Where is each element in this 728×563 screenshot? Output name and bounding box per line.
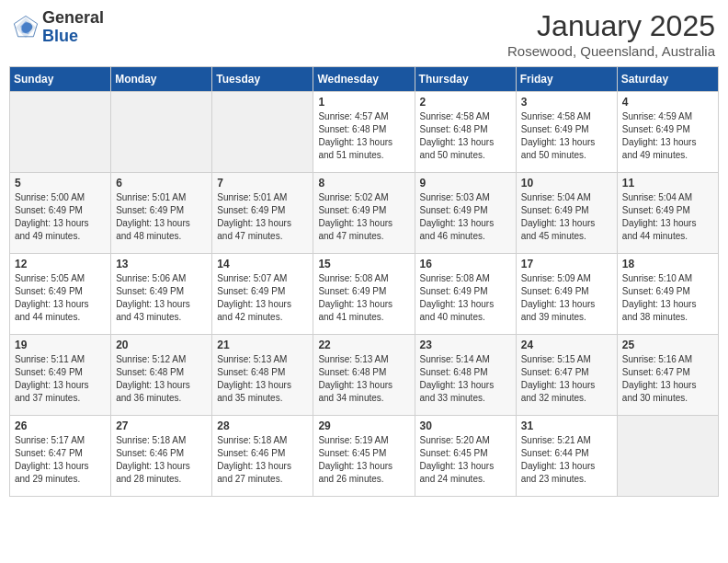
day-number: 14 bbox=[217, 258, 308, 270]
weekday-header-monday: Monday bbox=[111, 67, 212, 92]
calendar-cell: 13Sunrise: 5:06 AMSunset: 6:49 PMDayligh… bbox=[111, 254, 212, 335]
day-info: Sunrise: 4:57 AMSunset: 6:48 PMDaylight:… bbox=[318, 110, 409, 162]
day-number: 2 bbox=[420, 96, 511, 109]
day-number: 7 bbox=[217, 177, 308, 190]
calendar-cell: 19Sunrise: 5:11 AMSunset: 6:49 PMDayligh… bbox=[10, 335, 111, 416]
day-info: Sunrise: 4:58 AMSunset: 6:49 PMDaylight:… bbox=[521, 110, 612, 162]
calendar-cell: 29Sunrise: 5:19 AMSunset: 6:45 PMDayligh… bbox=[313, 416, 415, 497]
day-number: 17 bbox=[521, 258, 612, 270]
day-number: 30 bbox=[420, 419, 511, 432]
day-number: 18 bbox=[622, 258, 713, 270]
day-info: Sunrise: 5:12 AMSunset: 6:48 PMDaylight:… bbox=[116, 353, 207, 405]
day-info: Sunrise: 5:00 AMSunset: 6:49 PMDaylight:… bbox=[15, 191, 106, 243]
day-number: 10 bbox=[521, 177, 612, 190]
day-info: Sunrise: 5:09 AMSunset: 6:49 PMDaylight:… bbox=[521, 272, 612, 324]
day-info: Sunrise: 5:06 AMSunset: 6:49 PMDaylight:… bbox=[116, 272, 207, 324]
calendar-table: SundayMondayTuesdayWednesdayThursdayFrid… bbox=[9, 66, 719, 497]
day-info: Sunrise: 4:58 AMSunset: 6:48 PMDaylight:… bbox=[420, 110, 511, 162]
logo-icon bbox=[13, 15, 39, 40]
calendar-cell: 8Sunrise: 5:02 AMSunset: 6:49 PMDaylight… bbox=[313, 173, 415, 254]
day-info: Sunrise: 5:11 AMSunset: 6:49 PMDaylight:… bbox=[15, 353, 106, 405]
day-number: 28 bbox=[217, 419, 308, 432]
calendar-cell bbox=[10, 92, 111, 173]
calendar-cell: 6Sunrise: 5:01 AMSunset: 6:49 PMDaylight… bbox=[111, 173, 212, 254]
logo: General Blue bbox=[13, 9, 104, 46]
day-info: Sunrise: 5:13 AMSunset: 6:48 PMDaylight:… bbox=[318, 353, 409, 405]
day-number: 3 bbox=[521, 96, 612, 109]
calendar-cell: 23Sunrise: 5:14 AMSunset: 6:48 PMDayligh… bbox=[415, 335, 516, 416]
day-number: 5 bbox=[15, 177, 106, 190]
calendar-cell: 7Sunrise: 5:01 AMSunset: 6:49 PMDaylight… bbox=[212, 173, 313, 254]
logo-general: General bbox=[42, 8, 104, 27]
day-info: Sunrise: 5:04 AMSunset: 6:49 PMDaylight:… bbox=[521, 191, 612, 243]
calendar-cell: 20Sunrise: 5:12 AMSunset: 6:48 PMDayligh… bbox=[111, 335, 212, 416]
header: General Blue January 2025 Rosewood, Quee… bbox=[9, 9, 719, 59]
day-number: 9 bbox=[420, 177, 511, 190]
weekday-header-wednesday: Wednesday bbox=[313, 67, 415, 92]
day-number: 15 bbox=[318, 258, 409, 270]
day-number: 21 bbox=[217, 339, 308, 351]
day-number: 11 bbox=[622, 177, 713, 190]
calendar-cell: 18Sunrise: 5:10 AMSunset: 6:49 PMDayligh… bbox=[617, 254, 718, 335]
day-info: Sunrise: 5:08 AMSunset: 6:49 PMDaylight:… bbox=[318, 272, 409, 324]
day-number: 29 bbox=[318, 419, 409, 432]
calendar-cell: 22Sunrise: 5:13 AMSunset: 6:48 PMDayligh… bbox=[313, 335, 415, 416]
day-info: Sunrise: 5:18 AMSunset: 6:46 PMDaylight:… bbox=[116, 434, 207, 486]
calendar-cell: 21Sunrise: 5:13 AMSunset: 6:48 PMDayligh… bbox=[212, 335, 313, 416]
day-info: Sunrise: 5:02 AMSunset: 6:49 PMDaylight:… bbox=[318, 191, 409, 243]
day-number: 12 bbox=[15, 258, 106, 270]
day-number: 1 bbox=[318, 96, 409, 109]
day-number: 26 bbox=[15, 419, 106, 432]
day-number: 20 bbox=[116, 339, 207, 351]
day-info: Sunrise: 5:15 AMSunset: 6:47 PMDaylight:… bbox=[521, 353, 612, 405]
day-info: Sunrise: 5:05 AMSunset: 6:49 PMDaylight:… bbox=[15, 272, 106, 324]
title-area: January 2025 Rosewood, Queensland, Austr… bbox=[507, 9, 715, 59]
calendar-cell bbox=[617, 416, 718, 497]
calendar-cell: 10Sunrise: 5:04 AMSunset: 6:49 PMDayligh… bbox=[516, 173, 617, 254]
calendar-cell bbox=[111, 92, 212, 173]
weekday-header-saturday: Saturday bbox=[617, 67, 718, 92]
day-info: Sunrise: 5:08 AMSunset: 6:49 PMDaylight:… bbox=[420, 272, 511, 324]
calendar-cell bbox=[212, 92, 313, 173]
calendar-cell: 3Sunrise: 4:58 AMSunset: 6:49 PMDaylight… bbox=[516, 92, 617, 173]
day-number: 23 bbox=[420, 339, 511, 351]
day-number: 16 bbox=[420, 258, 511, 270]
day-number: 31 bbox=[521, 419, 612, 432]
day-number: 22 bbox=[318, 339, 409, 351]
day-info: Sunrise: 5:20 AMSunset: 6:45 PMDaylight:… bbox=[420, 434, 511, 486]
calendar-cell: 15Sunrise: 5:08 AMSunset: 6:49 PMDayligh… bbox=[313, 254, 415, 335]
calendar-cell: 24Sunrise: 5:15 AMSunset: 6:47 PMDayligh… bbox=[516, 335, 617, 416]
day-info: Sunrise: 5:17 AMSunset: 6:47 PMDaylight:… bbox=[15, 434, 106, 486]
day-info: Sunrise: 5:13 AMSunset: 6:48 PMDaylight:… bbox=[217, 353, 308, 405]
day-number: 4 bbox=[622, 96, 713, 109]
day-number: 13 bbox=[116, 258, 207, 270]
day-info: Sunrise: 5:21 AMSunset: 6:44 PMDaylight:… bbox=[521, 434, 612, 486]
weekday-header-tuesday: Tuesday bbox=[212, 67, 313, 92]
day-number: 6 bbox=[116, 177, 207, 190]
calendar-cell: 25Sunrise: 5:16 AMSunset: 6:47 PMDayligh… bbox=[617, 335, 718, 416]
week-row-1: 1Sunrise: 4:57 AMSunset: 6:48 PMDaylight… bbox=[10, 92, 719, 173]
calendar-cell: 2Sunrise: 4:58 AMSunset: 6:48 PMDaylight… bbox=[415, 92, 516, 173]
day-info: Sunrise: 5:10 AMSunset: 6:49 PMDaylight:… bbox=[622, 272, 713, 324]
day-info: Sunrise: 4:59 AMSunset: 6:49 PMDaylight:… bbox=[622, 110, 713, 162]
day-number: 19 bbox=[15, 339, 106, 351]
day-info: Sunrise: 5:14 AMSunset: 6:48 PMDaylight:… bbox=[420, 353, 511, 405]
day-info: Sunrise: 5:01 AMSunset: 6:49 PMDaylight:… bbox=[116, 191, 207, 243]
weekday-header-row: SundayMondayTuesdayWednesdayThursdayFrid… bbox=[10, 67, 719, 92]
calendar-cell: 14Sunrise: 5:07 AMSunset: 6:49 PMDayligh… bbox=[212, 254, 313, 335]
calendar-cell: 4Sunrise: 4:59 AMSunset: 6:49 PMDaylight… bbox=[617, 92, 718, 173]
weekday-header-friday: Friday bbox=[516, 67, 617, 92]
week-row-3: 12Sunrise: 5:05 AMSunset: 6:49 PMDayligh… bbox=[10, 254, 719, 335]
calendar-cell: 27Sunrise: 5:18 AMSunset: 6:46 PMDayligh… bbox=[111, 416, 212, 497]
logo-blue: Blue bbox=[42, 27, 78, 45]
calendar-cell: 12Sunrise: 5:05 AMSunset: 6:49 PMDayligh… bbox=[10, 254, 111, 335]
day-number: 8 bbox=[318, 177, 409, 190]
calendar-cell: 31Sunrise: 5:21 AMSunset: 6:44 PMDayligh… bbox=[516, 416, 617, 497]
day-info: Sunrise: 5:04 AMSunset: 6:49 PMDaylight:… bbox=[622, 191, 713, 243]
location-title: Rosewood, Queensland, Australia bbox=[507, 43, 715, 59]
day-info: Sunrise: 5:16 AMSunset: 6:47 PMDaylight:… bbox=[622, 353, 713, 405]
week-row-2: 5Sunrise: 5:00 AMSunset: 6:49 PMDaylight… bbox=[10, 173, 719, 254]
week-row-4: 19Sunrise: 5:11 AMSunset: 6:49 PMDayligh… bbox=[10, 335, 719, 416]
calendar-cell: 5Sunrise: 5:00 AMSunset: 6:49 PMDaylight… bbox=[10, 173, 111, 254]
calendar-cell: 30Sunrise: 5:20 AMSunset: 6:45 PMDayligh… bbox=[415, 416, 516, 497]
